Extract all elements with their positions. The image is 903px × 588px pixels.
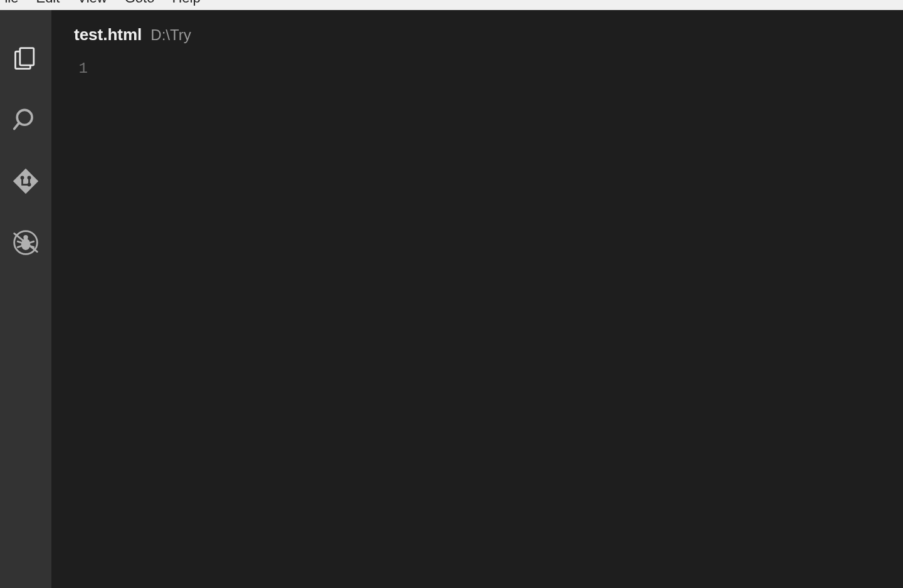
svg-line-12 <box>30 241 33 243</box>
menu-bar: File Edit View Goto Help <box>0 0 903 10</box>
explorer-button[interactable] <box>0 29 51 90</box>
menu-goto[interactable]: Goto <box>116 0 164 5</box>
debug-button[interactable] <box>0 213 51 275</box>
search-icon <box>12 106 40 136</box>
svg-rect-0 <box>20 48 34 66</box>
editor-pane: test.html D:\Try 1 <box>51 10 903 588</box>
svg-line-2 <box>14 123 19 129</box>
explorer-icon <box>12 45 40 75</box>
search-button[interactable] <box>0 90 51 152</box>
svg-line-13 <box>18 246 21 248</box>
debug-icon <box>12 229 40 259</box>
editor-tab-bar: test.html D:\Try <box>51 10 903 54</box>
svg-line-11 <box>18 241 21 243</box>
code-text-area[interactable] <box>100 54 903 588</box>
menu-help[interactable]: Help <box>163 0 209 5</box>
activity-bar <box>0 10 51 588</box>
line-number-gutter: 1 <box>51 54 100 588</box>
menu-view[interactable]: View <box>68 0 115 5</box>
code-area: 1 <box>51 54 903 588</box>
open-file-path: D:\Try <box>150 26 191 44</box>
source-control-icon <box>12 167 40 197</box>
menu-file[interactable]: File <box>0 0 27 5</box>
svg-marker-3 <box>13 169 38 194</box>
main-area: test.html D:\Try 1 <box>0 10 903 588</box>
menu-edit[interactable]: Edit <box>27 0 68 5</box>
line-number: 1 <box>51 58 88 80</box>
source-control-button[interactable] <box>0 152 51 213</box>
svg-point-10 <box>23 235 28 239</box>
open-file-name[interactable]: test.html <box>74 25 142 45</box>
